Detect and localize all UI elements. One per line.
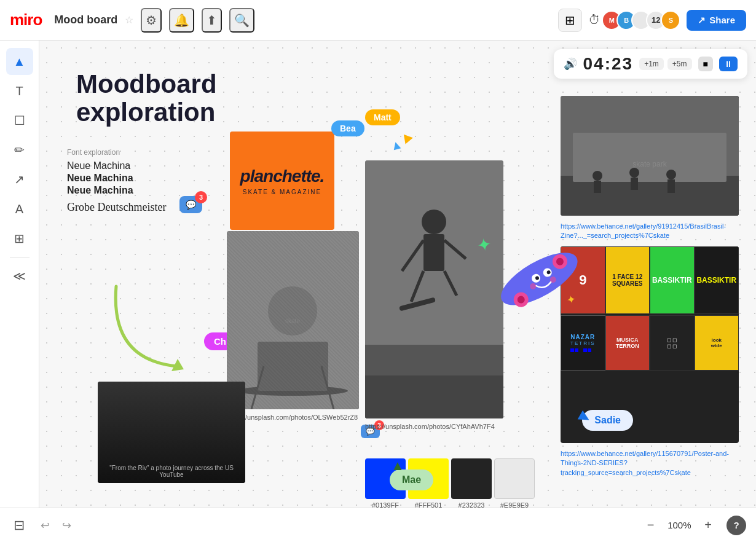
orange-magazine-card[interactable]: planchette. SKATE & MAGAZINE <box>230 132 334 230</box>
poster-cell-2[interactable]: 1 FACE 12 SQUARES <box>605 246 650 314</box>
svg-point-27 <box>543 267 553 277</box>
skate-photo-2[interactable] <box>365 160 503 418</box>
poster-cell-1[interactable]: 9 <box>561 246 605 314</box>
poster-cell-4[interactable]: BASSIKTIR <box>695 246 739 314</box>
swatch-item-4[interactable]: #E9E9E9 <box>494 458 535 508</box>
timer-actions: +1m +5m <box>639 58 691 70</box>
poster-row-2: NAZAR TETRIS MUSICATERRON <box>561 315 739 371</box>
svg-rect-38 <box>631 178 638 190</box>
behance-link-2[interactable]: https://www.behance.net/gallery/11567079… <box>561 449 739 477</box>
avatars-group: M B 12 S <box>607 10 680 30</box>
avatar-sadie[interactable]: S <box>661 10 680 30</box>
svg-text:skate park: skate park <box>632 160 667 168</box>
svg-line-16 <box>444 271 457 296</box>
photo1-url[interactable]: https://unsplash.com/photos/OLSWeb52rZ8 <box>227 414 358 421</box>
svg-point-2 <box>237 386 348 396</box>
arrow-tool[interactable]: ↗ <box>6 166 33 193</box>
poster-cell-7[interactable]: ◻ ◻◻ ◻ <box>650 315 695 371</box>
behance-link-1[interactable]: https://www.behance.net/gallery/91912415… <box>561 222 739 241</box>
undo-redo-controls: ↩ ↪ <box>36 516 76 535</box>
photo2-url[interactable]: https://unsplash.com/photos/CYfAhAVh7F4 <box>365 423 495 430</box>
svg-rect-3 <box>258 342 328 391</box>
search-button[interactable]: 🔍 <box>229 8 254 33</box>
svg-point-25 <box>531 273 541 283</box>
select-tool[interactable]: ▲ <box>6 48 33 75</box>
poster-cell-5[interactable]: NAZAR TETRIS <box>561 315 605 371</box>
green-arrow <box>98 268 221 391</box>
font-label: Font exploration <box>67 148 166 157</box>
timer-widget: 🔊 04:23 +1m +5m ■ ⏸ <box>554 49 747 79</box>
video-thumbnail[interactable]: ▶ "From the Riv" a photo journey across … <box>98 382 245 483</box>
poster-cell-6[interactable]: MUSICATERRON <box>605 315 650 371</box>
svg-point-29 <box>529 283 537 290</box>
zoom-in-button[interactable]: + <box>699 516 717 535</box>
font-sample-medium: Neue Machina <box>67 173 166 184</box>
svg-line-6 <box>321 366 334 409</box>
yellow-triangle-deco <box>401 135 413 146</box>
svg-point-22 <box>517 296 526 304</box>
svg-point-21 <box>513 291 530 308</box>
canvas[interactable]: 🔊 04:23 +1m +5m ■ ⏸ Moodboard exploratio… <box>39 41 756 508</box>
blue-triangle-deco <box>392 141 401 151</box>
timer-display: 04:23 <box>583 54 634 74</box>
poster-cell-3[interactable]: BASSIKTIR <box>650 246 695 314</box>
sticky-note-tool[interactable]: ☐ <box>6 107 33 134</box>
share-icon: ↗ <box>698 15 706 26</box>
swatch-label-4: #E9E9E9 <box>500 501 529 508</box>
header-right: ⊞ ⏱ M B 12 S ↗ Share <box>558 9 746 32</box>
redo-button[interactable]: ↪ <box>57 516 76 535</box>
undo-button[interactable]: ↩ <box>36 516 55 535</box>
svg-rect-9 <box>365 345 503 418</box>
font-tool[interactable]: A <box>6 195 33 222</box>
comment-badge: 3 <box>195 191 207 203</box>
photo2-bg <box>365 160 503 418</box>
svg-point-26 <box>535 276 540 280</box>
timer-add-5m[interactable]: +5m <box>667 58 692 70</box>
board-title: Mood board <box>54 14 117 26</box>
timer-add-1m[interactable]: +1m <box>639 58 664 70</box>
svg-marker-0 <box>171 359 184 371</box>
svg-rect-1 <box>227 231 359 409</box>
toolbar-separator <box>10 257 30 257</box>
frame-tool[interactable]: ⊞ <box>6 225 33 252</box>
svg-rect-8 <box>365 160 503 418</box>
swatch-light[interactable] <box>494 458 535 499</box>
main-photo-right[interactable]: skate park <box>561 96 739 216</box>
svg-rect-10 <box>365 375 503 418</box>
orange-card-subtitle: SKATE & MAGAZINE <box>243 189 322 195</box>
swatch-label-1: #0139FF <box>372 501 399 508</box>
skate-photo-1[interactable]: skate <box>227 231 359 409</box>
poster-cell-8[interactable]: lookwide <box>695 315 739 371</box>
comment-bubble[interactable]: 💬 3 <box>179 196 202 213</box>
timer-sound-icon[interactable]: 🔊 <box>564 57 577 71</box>
timer-pause-button[interactable]: ⏸ <box>719 57 738 71</box>
notifications-button[interactable]: 🔔 <box>169 8 194 33</box>
zoom-out-button[interactable]: − <box>642 516 660 535</box>
settings-button[interactable]: ⚙ <box>141 8 162 33</box>
star-icon[interactable]: ☆ <box>125 14 133 26</box>
zoom-level-display[interactable]: 100% <box>664 520 695 530</box>
swatch-label-3: #232323 <box>459 501 485 508</box>
more-tools[interactable]: ≪ <box>6 262 33 289</box>
share-button[interactable]: ↗ Share <box>687 10 746 31</box>
bottom-toolbar: ⊟ ↩ ↪ − 100% + ? <box>0 508 756 542</box>
apps-button[interactable]: ⊞ <box>558 9 582 32</box>
swatch-label-2: #FFF501 <box>415 501 443 508</box>
svg-rect-40 <box>667 179 675 193</box>
swatch-item-3[interactable]: #232323 <box>451 458 492 508</box>
svg-line-14 <box>444 240 466 259</box>
timer-header-icon[interactable]: ⏱ <box>588 13 600 27</box>
help-button[interactable]: ? <box>726 516 746 535</box>
pen-tool[interactable]: ✏ <box>6 136 33 163</box>
timer-stop-button[interactable]: ■ <box>698 57 713 71</box>
svg-line-5 <box>251 366 264 409</box>
svg-point-30 <box>549 276 557 283</box>
text-tool[interactable]: T <box>6 77 33 104</box>
swatch-dark[interactable] <box>451 458 492 499</box>
sidebar-toggle-button[interactable]: ⊟ <box>10 514 28 537</box>
orange-card-title: planchette. <box>240 167 325 186</box>
svg-point-39 <box>666 170 676 179</box>
board-content: Moodboard exploration Font exploration N… <box>39 41 756 508</box>
share-upload-button[interactable]: ⬆ <box>202 8 222 33</box>
svg-line-13 <box>402 240 423 271</box>
